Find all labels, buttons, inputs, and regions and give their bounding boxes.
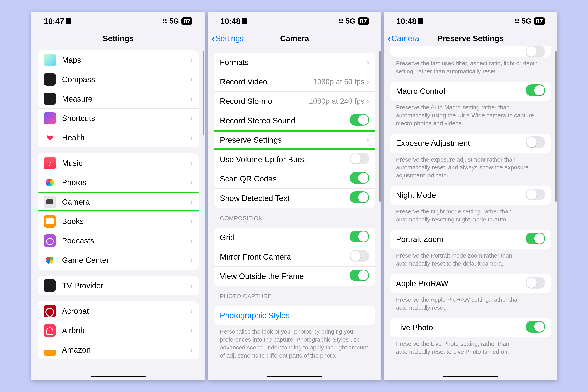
battery-badge: 87 — [358, 18, 369, 25]
amazon-icon — [44, 344, 56, 356]
row-label: Acrobat — [62, 307, 190, 316]
scan-qr-row[interactable]: Scan QR Codes — [214, 169, 375, 188]
back-button[interactable]: ‹ Settings — [212, 30, 244, 46]
row-label: Formats — [220, 58, 367, 67]
sim-icon — [242, 18, 247, 24]
signal-icon — [163, 19, 166, 23]
night-mode-toggle[interactable] — [526, 188, 545, 200]
row-label: Mirror Front Camera — [220, 252, 350, 261]
macro-control-footer: Preserve the Auto Macro setting rather t… — [396, 104, 545, 128]
apple-proraw-toggle[interactable] — [526, 277, 545, 288]
screenshot-camera: 10:48 5G 87 ‹ Settings Camera Formats›Re… — [208, 12, 382, 380]
row-label: TV Provider — [62, 281, 190, 290]
row-label: Portrait Zoom — [396, 235, 526, 244]
airbnb-icon — [44, 324, 56, 337]
grid-row[interactable]: Grid — [214, 228, 375, 247]
live-photo-row[interactable]: Live Photo — [390, 318, 551, 337]
section-footer-photographic-styles: Personalise the look of your photos by b… — [220, 328, 369, 360]
nav-bar: ‹ Settings Camera — [208, 30, 382, 46]
portrait-zoom-footer: Preserve the Portrait mode zoom rather t… — [396, 252, 545, 268]
row-label: Shortcuts — [62, 114, 190, 123]
settings-row-compass[interactable]: Compass› — [38, 70, 199, 89]
record-slomo-row[interactable]: Record Slo-mo1080p at 240 fps› — [214, 92, 375, 111]
row-label: Record Slo-mo — [220, 97, 309, 106]
settings-row-acrobat[interactable]: Acrobat› — [38, 302, 199, 321]
volume-burst-row[interactable]: Use Volume Up for Burst — [214, 150, 375, 169]
back-button[interactable]: ‹ Camera — [388, 30, 419, 46]
settings-row-photos[interactable]: Photos› — [38, 173, 199, 192]
mirror-front-toggle[interactable] — [350, 250, 369, 262]
chevron-left-icon: ‹ — [212, 34, 215, 43]
settings-row-tv-provider[interactable]: TV Provider› — [38, 276, 199, 295]
row-label: Music — [62, 159, 190, 168]
chevron-right-icon: › — [190, 134, 193, 142]
record-video-row[interactable]: Record Video1080p at 60 fps› — [214, 72, 375, 92]
night-mode-row[interactable]: Night Mode — [390, 186, 551, 205]
portrait-zoom-row[interactable]: Portrait Zoom — [390, 230, 551, 249]
settings-row-game-center[interactable]: Game Center› — [38, 250, 199, 270]
chevron-right-icon: › — [190, 282, 193, 290]
books-icon — [44, 215, 56, 228]
portrait-zoom-toggle[interactable] — [526, 233, 545, 244]
battery-badge: 87 — [534, 18, 545, 25]
chevron-right-icon: › — [190, 95, 193, 103]
section-header-photo-capture: Photo Capture — [220, 293, 369, 300]
mirror-front-row[interactable]: Mirror Front Camera — [214, 247, 375, 266]
page-title: Settings — [103, 34, 134, 43]
view-outside-frame-toggle[interactable] — [350, 270, 369, 281]
settings-row-shortcuts[interactable]: Shortcuts› — [38, 108, 199, 128]
chevron-right-icon: › — [367, 78, 369, 86]
grid-toggle[interactable] — [350, 231, 369, 242]
macro-control-row[interactable]: Macro Control — [390, 82, 551, 101]
scan-qr-toggle[interactable] — [350, 172, 369, 184]
settings-row-amazon[interactable]: Amazon› — [38, 340, 199, 360]
record-stereo-toggle[interactable] — [350, 114, 369, 126]
macro-control-toggle[interactable] — [526, 84, 545, 96]
network-label: 5G — [522, 17, 531, 25]
status-bar: 10:47 5G 87 — [31, 12, 205, 30]
detected-text-row[interactable]: Show Detected Text — [214, 188, 375, 208]
exposure-adjustment-row[interactable]: Exposure Adjustment — [390, 134, 551, 153]
row-detail: 1080p at 60 fps — [313, 78, 364, 86]
row-label: View Outside the Frame — [220, 272, 350, 281]
row-label: Maps — [62, 56, 190, 64]
page-title: Preserve Settings — [438, 34, 504, 43]
exposure-adjustment-toggle[interactable] — [526, 136, 545, 148]
music-icon — [44, 157, 56, 169]
settings-row-camera[interactable]: Camera› — [38, 192, 199, 212]
settings-row-health[interactable]: Health› — [38, 128, 199, 147]
formats-row[interactable]: Formats› — [214, 53, 375, 72]
apple-proraw-row[interactable]: Apple ProRAW — [390, 274, 551, 293]
signal-icon — [339, 19, 343, 23]
settings-row-maps[interactable]: Maps› — [38, 50, 199, 70]
previous-setting-toggle[interactable] — [526, 46, 545, 58]
chevron-right-icon: › — [190, 178, 193, 187]
camera-icon — [44, 196, 56, 208]
row-label: Live Photo — [396, 323, 526, 332]
row-label: Camera — [62, 198, 190, 206]
row-label: Apple ProRAW — [396, 279, 526, 288]
row-label: Measure — [62, 94, 190, 103]
view-outside-frame-row[interactable]: View Outside the Frame — [214, 266, 375, 286]
photographic-styles-row[interactable]: Photographic Styles — [214, 306, 375, 325]
settings-row-measure[interactable]: Measure› — [38, 89, 199, 108]
row-label: Airbnb — [62, 326, 190, 335]
detected-text-toggle[interactable] — [350, 192, 369, 203]
settings-row-airbnb[interactable]: Airbnb› — [38, 321, 199, 340]
row-label: Amazon — [62, 346, 190, 354]
settings-row-music[interactable]: Music› — [38, 154, 199, 173]
screenshot-settings: 10:47 5G 87 Settings Maps›Compass›Measur… — [31, 12, 205, 380]
record-stereo-row[interactable]: Record Stereo Sound — [214, 111, 375, 130]
settings-row-podcasts[interactable]: Podcasts› — [38, 231, 199, 250]
chevron-right-icon: › — [367, 97, 369, 106]
settings-row-books[interactable]: Books› — [38, 212, 199, 231]
tv-provider-icon — [44, 279, 56, 292]
live-photo-toggle[interactable] — [526, 321, 545, 332]
volume-burst-toggle[interactable] — [350, 153, 369, 164]
row-label: Exposure Adjustment — [396, 139, 526, 148]
home-indicator — [443, 376, 498, 378]
maps-icon — [44, 54, 56, 66]
preserve-settings-row[interactable]: Preserve Settings› — [214, 130, 375, 150]
chevron-right-icon: › — [190, 75, 193, 84]
chevron-right-icon: › — [190, 198, 193, 206]
